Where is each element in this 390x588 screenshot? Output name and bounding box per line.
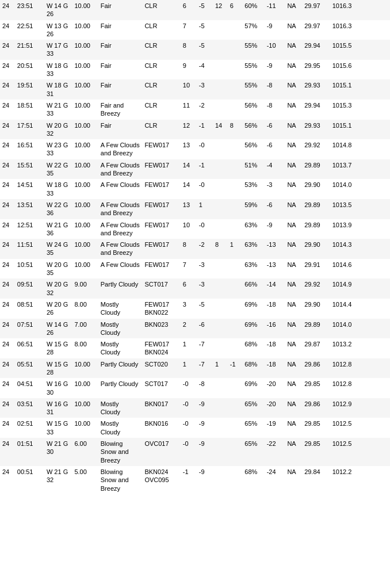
table-cell: 24 [0, 378, 15, 398]
table-cell: 1012.8 [330, 378, 361, 398]
table-row: 2412:51W 21 G 3610.00A Few Clouds and Br… [0, 219, 390, 239]
table-cell [213, 100, 228, 120]
table-cell: 06:51 [15, 338, 44, 358]
table-cell: 1014.0 [330, 179, 361, 199]
table-cell: -20 [265, 378, 285, 398]
table-cell: W 21 G 30 [44, 438, 72, 466]
table-cell: 1014.6 [330, 259, 361, 279]
table-cell [375, 418, 390, 438]
table-cell: 24 [0, 0, 15, 20]
table-cell: W 18 G 33 [44, 60, 72, 80]
table-cell [213, 139, 228, 159]
table-cell: 10.00 [72, 100, 98, 120]
table-cell: 29.92 [302, 139, 330, 159]
table-cell: -13 [265, 259, 285, 279]
table-cell: 8 [181, 239, 197, 259]
table-cell: NA [285, 199, 302, 219]
table-row: 2410:51W 20 G 3510.00A Few CloudsFEW0177… [0, 259, 390, 279]
table-cell: NA [285, 159, 302, 180]
table-cell: -3 [197, 278, 213, 299]
table-cell: Fair [98, 60, 143, 80]
table-cell: 24 [0, 299, 15, 319]
table-cell [213, 338, 228, 358]
table-cell: Partly Cloudy [98, 278, 143, 299]
table-cell: 1012.9 [330, 398, 361, 418]
table-cell [375, 438, 390, 466]
table-cell: FEW017 [142, 179, 180, 199]
table-cell: SCT020 [142, 358, 180, 379]
table-cell: NA [285, 259, 302, 279]
table-cell: -6 [265, 120, 285, 140]
table-cell: 1 [213, 358, 228, 379]
table-cell: W 22 G 36 [44, 199, 72, 219]
table-cell: NA [285, 398, 302, 418]
table-row: 2406:51W 15 G 288.00Mostly CloudyFEW017 … [0, 338, 390, 358]
table-cell [361, 0, 376, 20]
table-cell: 63% [242, 259, 264, 279]
table-cell [375, 40, 390, 60]
table-cell [228, 40, 243, 60]
table-cell: 69% [242, 299, 264, 319]
table-cell: 13 [181, 199, 197, 219]
table-cell [361, 60, 376, 80]
table-cell: 29.93 [302, 79, 330, 100]
table-cell: 17:51 [15, 120, 44, 140]
table-cell: 29.87 [302, 338, 330, 358]
table-cell: -3 [197, 259, 213, 279]
table-cell: -9 [197, 418, 213, 438]
table-row: 2414:51W 18 G 3310.00A Few CloudsFEW0171… [0, 179, 390, 199]
table-cell [361, 40, 376, 60]
table-cell: 29.85 [302, 418, 330, 438]
table-cell: W 16 G 31 [44, 398, 72, 418]
table-cell: 24 [0, 319, 15, 339]
table-cell: -1 [228, 358, 243, 379]
table-cell: 01:51 [15, 438, 44, 466]
table-cell: W 21 G 36 [44, 219, 72, 239]
table-cell: W 20 G 32 [44, 120, 72, 140]
table-cell: 1 [181, 338, 197, 358]
table-cell: 29.93 [302, 120, 330, 140]
table-cell: BKN023 [142, 319, 180, 339]
table-cell: 09:51 [15, 278, 44, 299]
table-cell [213, 40, 228, 60]
table-cell: 51% [242, 159, 264, 180]
table-cell: BKN016 [142, 418, 180, 438]
table-cell: 13 [181, 139, 197, 159]
table-cell: 5.00 [72, 466, 98, 494]
table-cell: 69% [242, 319, 264, 339]
table-cell: 1012.8 [330, 358, 361, 379]
table-cell: -0 [181, 398, 197, 418]
table-cell [375, 259, 390, 279]
table-cell [361, 259, 376, 279]
table-cell: 10.00 [72, 120, 98, 140]
table-cell: 63% [242, 219, 264, 239]
table-cell: FEW017 BKN022 [142, 299, 180, 319]
table-cell: 8 [228, 120, 243, 140]
table-cell [361, 338, 376, 358]
table-cell: 14 [181, 179, 197, 199]
table-cell: 68% [242, 338, 264, 358]
table-cell: 24 [0, 278, 15, 299]
table-cell: 9 [181, 60, 197, 80]
table-cell: 21:51 [15, 40, 44, 60]
table-cell: Blowing Snow and Breezy [98, 466, 143, 494]
table-cell: 05:51 [15, 358, 44, 379]
table-cell [375, 319, 390, 339]
table-cell: 1014.4 [330, 299, 361, 319]
table-cell [213, 319, 228, 339]
table-cell: A Few Clouds and Breezy [98, 199, 143, 219]
table-cell: 24 [0, 199, 15, 219]
table-cell [375, 278, 390, 299]
table-cell [213, 418, 228, 438]
table-cell: 10.00 [72, 219, 98, 239]
table-cell: -11 [265, 0, 285, 20]
table-cell: 29.90 [302, 299, 330, 319]
table-cell: 53% [242, 179, 264, 199]
table-cell: 1015.1 [330, 120, 361, 140]
table-cell: 24 [0, 259, 15, 279]
table-cell: NA [285, 0, 302, 20]
table-cell: -5 [197, 0, 213, 20]
table-cell: W 13 G 26 [44, 20, 72, 40]
table-cell: -5 [197, 299, 213, 319]
table-cell: -4 [197, 60, 213, 80]
